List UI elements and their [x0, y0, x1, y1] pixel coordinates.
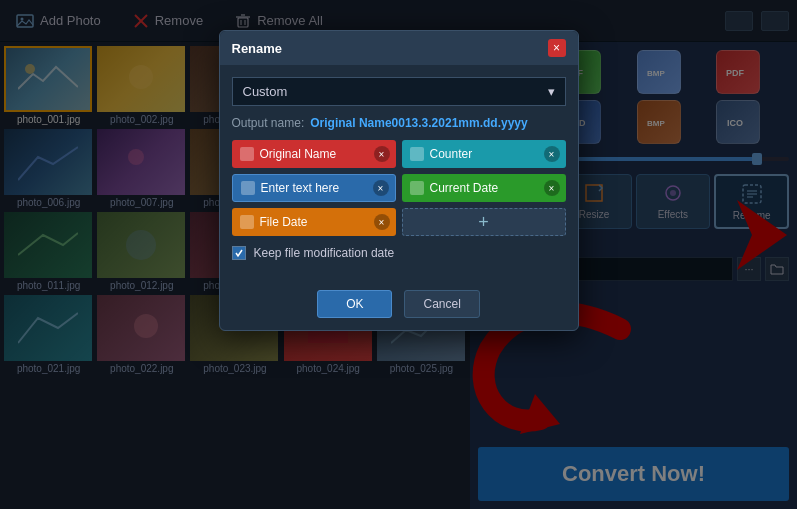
tag-label: Enter text here: [261, 181, 340, 195]
tag-close-button[interactable]: ×: [544, 146, 560, 162]
tag-label: Current Date: [430, 181, 499, 195]
output-name-prefix: Output name:: [232, 116, 305, 130]
tag-icon: [410, 147, 424, 161]
chevron-down-icon: ▾: [548, 84, 555, 99]
tag-icon: [410, 181, 424, 195]
dialog-titlebar: Rename ×: [220, 31, 578, 65]
rename-preset-dropdown[interactable]: Custom ▾: [232, 77, 566, 106]
dialog-footer: OK Cancel: [220, 282, 578, 330]
add-tag-button[interactable]: +: [402, 208, 566, 236]
output-name-row: Output name: Original Name0013.3.2021mm.…: [232, 116, 566, 130]
dialog-body: Custom ▾ Output name: Original Name0013.…: [220, 65, 578, 282]
modal-overlay: Rename × Custom ▾ Output name: Original …: [0, 0, 797, 509]
tag-label: Counter: [430, 147, 473, 161]
tag-text-input[interactable]: Enter text here ×: [232, 174, 396, 202]
keep-modification-date-checkbox[interactable]: [232, 246, 246, 260]
tag-current-date[interactable]: Current Date ×: [402, 174, 566, 202]
tag-close-button[interactable]: ×: [374, 214, 390, 230]
tag-label: File Date: [260, 215, 308, 229]
tag-original-name[interactable]: Original Name ×: [232, 140, 396, 168]
app-container: Add Photo Remove Remove All: [0, 0, 797, 509]
tag-close-button[interactable]: ×: [374, 146, 390, 162]
tag-file-date[interactable]: File Date ×: [232, 208, 396, 236]
tag-close-button[interactable]: ×: [373, 180, 389, 196]
tag-icon: [241, 181, 255, 195]
dialog-cancel-button[interactable]: Cancel: [404, 290, 479, 318]
checkbox-row: Keep file modification date: [232, 246, 566, 260]
output-name-value: Original Name0013.3.2021mm.dd.yyyy: [310, 116, 527, 130]
tag-label: Original Name: [260, 147, 337, 161]
dialog-ok-button[interactable]: OK: [317, 290, 392, 318]
rename-dialog: Rename × Custom ▾ Output name: Original …: [219, 30, 579, 331]
tags-grid: Original Name × Counter × Enter text her…: [232, 140, 566, 236]
tag-icon: [240, 147, 254, 161]
dialog-close-button[interactable]: ×: [548, 39, 566, 57]
tag-counter[interactable]: Counter ×: [402, 140, 566, 168]
dropdown-label: Custom: [243, 84, 288, 99]
checkbox-label: Keep file modification date: [254, 246, 395, 260]
dialog-title: Rename: [232, 41, 283, 56]
tag-icon: [240, 215, 254, 229]
tag-close-button[interactable]: ×: [544, 180, 560, 196]
